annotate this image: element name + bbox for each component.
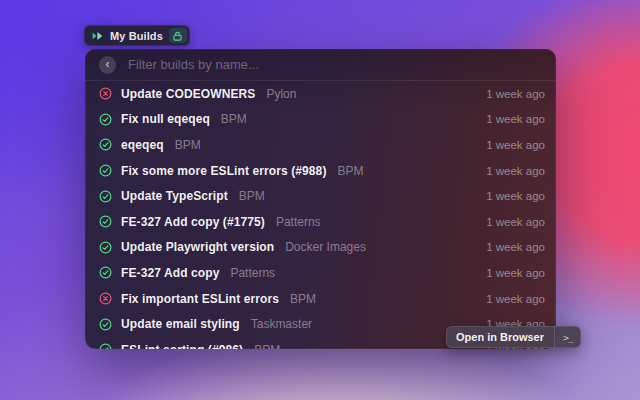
build-title: Fix important ESLint errors	[121, 292, 279, 306]
build-title: Update email styling	[121, 317, 240, 331]
build-title: Fix null eqeqeq	[121, 112, 210, 126]
build-status-passed-icon	[99, 343, 112, 349]
build-project: Patterns	[276, 215, 321, 229]
build-row[interactable]: Update Playwright version Docker Images …	[85, 235, 556, 261]
build-title: FE-327 Add copy	[121, 266, 219, 280]
build-title: FE-327 Add copy (#1775)	[121, 215, 265, 229]
build-status-passed-icon	[99, 266, 112, 279]
build-project: BPM	[239, 189, 265, 203]
build-title: Update CODEOWNERS	[121, 87, 255, 101]
build-time: 1 week ago	[486, 267, 545, 279]
build-project: BPM	[337, 164, 363, 178]
chip-label: My Builds	[110, 30, 163, 42]
build-title: Update Playwright version	[121, 240, 274, 254]
build-list: Update CODEOWNERS Pylon 1 week ago Fix n…	[85, 81, 556, 349]
build-project: Docker Images	[285, 240, 366, 254]
builds-window: ‹ Update CODEOWNERS Pylon 1 week ago	[85, 49, 556, 349]
build-time: 1 week ago	[486, 165, 545, 177]
build-row[interactable]: Update CODEOWNERS Pylon 1 week ago	[85, 81, 556, 107]
chevron-left-icon: ‹	[106, 58, 110, 70]
build-status-passed-icon	[99, 164, 112, 177]
build-status-passed-icon	[99, 318, 112, 331]
build-status-passed-icon	[99, 241, 112, 254]
back-button[interactable]: ‹	[99, 56, 116, 74]
lock-icon	[173, 31, 182, 41]
open-in-browser-label: Open in Browser	[446, 326, 554, 348]
build-project: BPM	[175, 138, 201, 152]
build-status-passed-icon	[99, 113, 112, 126]
build-status-passed-icon	[99, 138, 112, 151]
lock-badge	[169, 28, 187, 43]
build-project: Taskmaster	[251, 317, 312, 331]
build-row[interactable]: FE-327 Add copy Patterns 1 week ago	[85, 260, 556, 286]
build-project: BPM	[221, 112, 247, 126]
build-title: ESLint sorting (#986)	[121, 343, 243, 349]
build-status-failed-icon	[99, 87, 112, 100]
build-row[interactable]: Fix some more ESLint errors (#988) BPM 1…	[85, 158, 556, 184]
build-project: BPM	[290, 292, 316, 306]
terminal-shortcut-icon: >_	[555, 326, 581, 348]
build-row[interactable]: Update TypeScript BPM 1 week ago	[85, 183, 556, 209]
build-title: eqeqeq	[121, 138, 164, 152]
build-row[interactable]: FE-327 Add copy (#1775) Patterns 1 week …	[85, 209, 556, 235]
build-project: BPM	[254, 343, 280, 349]
build-status-failed-icon	[99, 292, 112, 305]
build-time: 1 week ago	[486, 190, 545, 202]
build-status-passed-icon	[99, 215, 112, 228]
search-bar: ‹	[85, 49, 556, 81]
build-row[interactable]: Fix important ESLint errors BPM 1 week a…	[85, 286, 556, 312]
build-status-passed-icon	[99, 190, 112, 203]
build-title: Update TypeScript	[121, 189, 228, 203]
build-time: 1 week ago	[486, 293, 545, 305]
build-project: Pylon	[266, 87, 296, 101]
build-time: 1 week ago	[486, 216, 545, 228]
buildkite-logo-icon	[92, 31, 104, 41]
desktop-background: My Builds ‹ Upda	[0, 0, 640, 400]
search-input[interactable]	[126, 56, 542, 73]
build-time: 1 week ago	[486, 139, 545, 151]
build-project: Patterns	[230, 266, 275, 280]
build-time: 1 week ago	[486, 88, 545, 100]
build-title: Fix some more ESLint errors (#988)	[121, 164, 326, 178]
build-row[interactable]: eqeqeq BPM 1 week ago	[85, 132, 556, 158]
build-time: 1 week ago	[486, 241, 545, 253]
build-time: 1 week ago	[486, 113, 545, 125]
my-builds-chip[interactable]: My Builds	[84, 25, 190, 46]
open-in-browser-button[interactable]: Open in Browser >_	[446, 326, 581, 348]
build-row[interactable]: Fix null eqeqeq BPM 1 week ago	[85, 107, 556, 133]
